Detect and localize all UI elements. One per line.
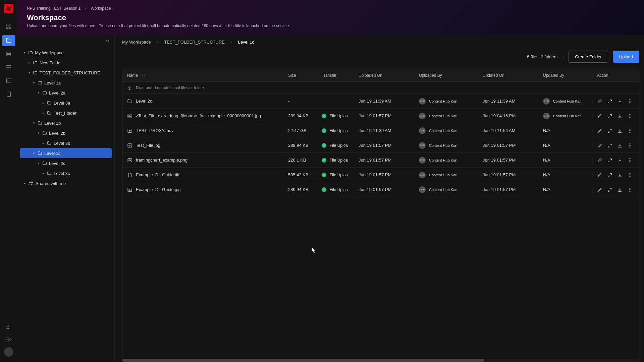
down-icon[interactable]	[617, 158, 623, 163]
rail-item-clip[interactable]	[2, 88, 15, 100]
edit-icon[interactable]	[597, 113, 602, 119]
column-header-updated-by[interactable]: Updated By	[538, 73, 592, 78]
tree-node-level-3c[interactable]: ▸Level 3c	[20, 168, 112, 178]
image-icon	[127, 143, 132, 148]
column-header-size[interactable]: Size	[283, 73, 317, 78]
more-icon[interactable]	[627, 158, 633, 163]
share-icon[interactable]	[607, 172, 612, 178]
tree-caret-icon[interactable]: ▾	[37, 131, 40, 135]
more-icon[interactable]	[627, 128, 633, 133]
tree-node-test-folder-structure[interactable]: ▾TEST_FOLDER_STRUCTURE	[20, 68, 112, 78]
rail-import-icon[interactable]	[2, 320, 15, 332]
tree-node-level-2a[interactable]: ▾Level 2a	[20, 88, 112, 98]
more-icon[interactable]	[627, 143, 633, 148]
tree-caret-icon[interactable]: ▾	[37, 91, 40, 95]
tree-caret-icon[interactable]: ▾	[32, 81, 36, 84]
column-header-action[interactable]: Action	[592, 73, 639, 78]
edit-icon[interactable]	[597, 99, 602, 104]
edit-icon[interactable]	[597, 187, 602, 192]
svg-rect-5	[7, 54, 11, 55]
rail-item-layers[interactable]	[2, 48, 15, 60]
path-segment[interactable]: TEST_FOLDER_STRUCTURE	[164, 40, 225, 45]
tree-node-level-2c[interactable]: ▾Level 2c	[20, 158, 112, 168]
drop-zone[interactable]: Drag and drop additional files or folder	[122, 82, 639, 94]
table-row[interactable]: TEST_PROXY.mov22.47 GB✓File UploaJun 19 …	[122, 123, 639, 138]
tree-caret-icon[interactable]: ▾	[32, 152, 36, 155]
tree-node-my-workspace[interactable]: ▾My Workspace	[20, 48, 112, 58]
share-icon[interactable]	[607, 158, 612, 163]
rail-item-grid[interactable]	[2, 21, 15, 33]
svg-point-37	[630, 176, 630, 177]
svg-rect-3	[9, 27, 11, 28]
down-icon[interactable]	[617, 128, 623, 133]
rail-item-stack[interactable]	[2, 62, 15, 73]
tree-node-shared-with-me[interactable]: ▸Shared with me	[20, 178, 112, 188]
rail-item-folder[interactable]	[2, 35, 15, 46]
column-header-name[interactable]: Name↕↑1	[122, 73, 283, 78]
svg-point-12	[32, 182, 33, 183]
column-header-uploaded-by[interactable]: Uploaded By	[414, 73, 478, 78]
tree-node-test-folder[interactable]: ▸Test_Folder	[20, 108, 112, 118]
tree-caret-icon[interactable]: ▸	[23, 182, 26, 185]
tree-node-level-1c[interactable]: ▾Level 1c	[20, 148, 112, 158]
tree-caret-icon[interactable]: ▾	[37, 162, 40, 165]
down-icon[interactable]	[617, 113, 623, 119]
column-header-uploaded-on[interactable]: Uploaded On	[354, 73, 414, 78]
column-header-updated-on[interactable]: Updated On	[478, 73, 538, 78]
tree-node-level-1a[interactable]: ▾Level 1a	[20, 78, 112, 88]
table-row[interactable]: Test_File.jpg289.94 KB✓File UploaJun 19 …	[122, 138, 639, 153]
tree-caret-icon[interactable]: ▾	[28, 71, 31, 74]
tree-caret-icon[interactable]: ▸	[28, 61, 31, 64]
tree-node-level-3a[interactable]: ▸Level 3a	[20, 98, 112, 108]
table-row[interactable]: Level 2c-Jun 19 11:39 AMCHKContent Hub K…	[122, 94, 639, 109]
table-row[interactable]: zTest_File_extra_long_filename_for_ exam…	[122, 109, 639, 123]
share-icon[interactable]	[607, 128, 612, 133]
rail-item-list[interactable]	[2, 75, 15, 86]
check-icon: ✓	[322, 158, 326, 163]
breadcrumb-project[interactable]: NPS Training TEST: Season 1	[27, 6, 81, 11]
edit-icon[interactable]	[597, 128, 602, 133]
user-avatar[interactable]	[4, 347, 13, 357]
more-icon[interactable]	[627, 113, 633, 119]
tree-caret-icon[interactable]: ▸	[42, 141, 45, 145]
chevron-right-icon: ›	[157, 40, 158, 44]
tree-caret-icon[interactable]: ▾	[23, 51, 26, 54]
rail-settings-icon[interactable]	[2, 334, 15, 345]
down-icon[interactable]	[617, 172, 623, 178]
share-icon[interactable]	[607, 187, 612, 192]
tree-node-level-2b[interactable]: ▾Level 2b	[20, 128, 112, 138]
tree-node-level-1b[interactable]: ▾Level 1b	[20, 118, 112, 128]
column-header-transfer[interactable]: Transfer	[317, 73, 354, 78]
svg-rect-38	[128, 188, 132, 191]
edit-icon[interactable]	[597, 158, 602, 163]
edit-icon[interactable]	[597, 143, 602, 148]
table-row[interactable]: Example_DI_Guide.jpg289.94 KB✓File Uploa…	[122, 182, 639, 197]
create-folder-button[interactable]: Create Folder	[569, 51, 608, 63]
more-icon[interactable]	[627, 187, 633, 192]
more-icon[interactable]	[627, 172, 633, 178]
breadcrumb-section[interactable]: Workspace	[91, 6, 111, 11]
share-icon[interactable]	[607, 113, 612, 119]
upload-button[interactable]: Upload	[613, 51, 639, 63]
down-icon[interactable]	[617, 187, 623, 192]
down-icon[interactable]	[617, 99, 623, 104]
more-icon[interactable]	[627, 99, 633, 104]
edit-icon[interactable]	[597, 172, 602, 178]
item-count: 6 files, 2 folders	[527, 54, 564, 59]
share-icon[interactable]	[607, 143, 612, 148]
tree-caret-icon[interactable]: ▾	[32, 121, 36, 125]
table-row[interactable]: framingchart_example.png228.1 KB✓File Up…	[122, 153, 639, 168]
tree-node-new-folder[interactable]: ▸New Folder	[20, 58, 112, 68]
path-segment[interactable]: My Workspace	[122, 40, 151, 45]
tree-caret-icon[interactable]: ▸	[42, 172, 45, 175]
page-title: Workspace	[27, 13, 635, 22]
horizontal-scrollbar[interactable]	[122, 359, 639, 362]
tree-caret-icon[interactable]: ▸	[42, 111, 45, 115]
tree-caret-icon[interactable]: ▸	[42, 101, 45, 105]
collapse-tree-icon[interactable]	[104, 38, 111, 45]
table-row[interactable]: Example_DI_Guide.tiff595.42 KB✓File Uplo…	[122, 168, 639, 182]
share-icon[interactable]	[607, 99, 612, 104]
down-icon[interactable]	[617, 143, 623, 148]
tree-node-level-3b[interactable]: ▸Level 3b	[20, 138, 112, 148]
svg-rect-4	[7, 52, 11, 53]
